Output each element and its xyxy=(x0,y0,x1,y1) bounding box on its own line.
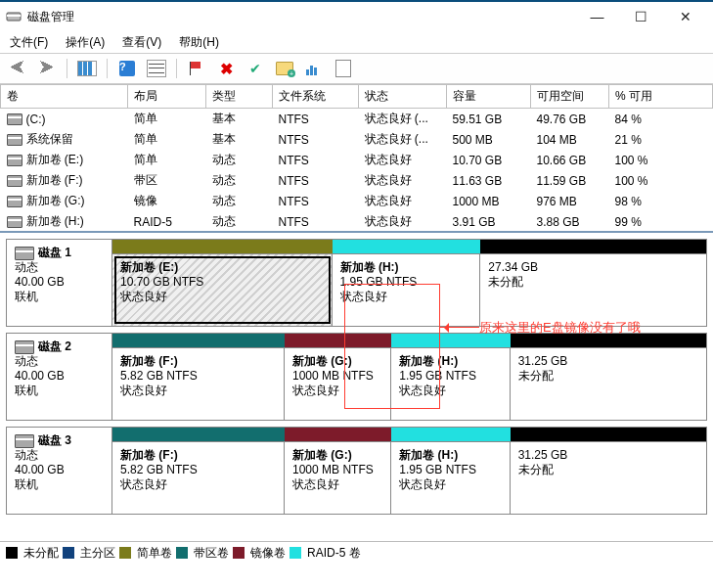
disk-title: 磁盘 1 xyxy=(38,246,71,259)
vol-capacity: 10.70 GB xyxy=(447,150,531,170)
drive-icon xyxy=(7,134,22,146)
vol-fs: NTFS xyxy=(273,129,359,150)
note-button[interactable] xyxy=(332,57,355,80)
menu-file[interactable]: 文件(F) xyxy=(6,32,52,53)
menu-action[interactable]: 操作(A) xyxy=(62,32,109,53)
partition-detail: 27.34 GB xyxy=(488,260,698,275)
vol-capacity: 1000 MB xyxy=(447,191,531,211)
window-title: 磁盘管理 xyxy=(27,9,74,25)
partition-detail: 1000 MB NTFS xyxy=(292,463,382,477)
disk-type: 动态 xyxy=(15,260,104,275)
maximize-button[interactable]: ☐ xyxy=(619,3,663,30)
vol-type: 动态 xyxy=(206,191,273,211)
menu-help[interactable]: 帮助(H) xyxy=(175,32,223,53)
disk-header[interactable]: 磁盘 3动态40.00 GB联机 xyxy=(7,428,112,514)
partition[interactable]: 新加卷 (G:)1000 MB NTFS状态良好 xyxy=(285,348,391,420)
disk-size: 40.00 GB xyxy=(15,275,104,290)
svg-rect-1 xyxy=(7,15,21,17)
partition[interactable]: 新加卷 (E:)10.70 GB NTFS状态良好 xyxy=(112,254,333,326)
flag-button[interactable] xyxy=(185,57,208,80)
chart-button[interactable] xyxy=(302,57,326,80)
annotation-arrow-icon xyxy=(440,327,479,328)
partition[interactable]: 新加卷 (F:)5.82 GB NTFS状态良好 xyxy=(112,348,285,420)
col-status[interactable]: 状态 xyxy=(359,85,447,109)
partition-name: 新加卷 (E:) xyxy=(120,260,324,275)
col-fs[interactable]: 文件系统 xyxy=(273,85,359,109)
drive-icon xyxy=(15,340,34,354)
partition-status: 状态良好 xyxy=(292,477,382,492)
col-capacity[interactable]: 容量 xyxy=(447,85,531,109)
partition-name: 新加卷 (G:) xyxy=(292,354,382,369)
partition-detail: 1.95 GB NTFS xyxy=(399,369,501,384)
vol-pct: 98 % xyxy=(609,191,713,211)
legend: 未分配 主分区 简单卷 带区卷 镜像卷 RAID-5 卷 xyxy=(0,541,713,564)
vol-name: 新加卷 (F:) xyxy=(26,173,83,187)
volume-row[interactable]: (C:)简单基本NTFS状态良好 (...59.51 GB49.76 GB84 … xyxy=(1,109,713,130)
partition-status: 状态良好 xyxy=(120,477,276,492)
partition-status: 状态良好 xyxy=(399,384,501,398)
list-view-button[interactable] xyxy=(145,57,168,80)
open-button[interactable]: + xyxy=(273,57,296,80)
apply-button[interactable]: ✔ xyxy=(244,57,267,80)
drive-icon xyxy=(7,216,22,228)
partition[interactable]: 31.25 GB未分配 xyxy=(511,348,706,420)
partition[interactable]: 新加卷 (G:)1000 MB NTFS状态良好 xyxy=(285,442,391,514)
vol-fs: NTFS xyxy=(273,150,359,170)
partition-detail: 31.25 GB xyxy=(518,448,698,463)
menu-view[interactable]: 查看(V) xyxy=(118,32,165,53)
col-type[interactable]: 类型 xyxy=(206,85,273,109)
vol-pct: 100 % xyxy=(609,150,713,170)
col-layout[interactable]: 布局 xyxy=(128,85,206,109)
disk-state: 联机 xyxy=(15,290,104,304)
vol-layout: 简单 xyxy=(128,129,206,150)
minimize-button[interactable]: — xyxy=(575,3,619,30)
partition[interactable]: 新加卷 (H:)1.95 GB NTFS状态良好 xyxy=(333,254,481,326)
volume-row[interactable]: 新加卷 (H:)RAID-5动态NTFS状态良好3.91 GB3.88 GB99… xyxy=(1,211,713,231)
drive-icon xyxy=(7,196,22,207)
partition-status: 未分配 xyxy=(518,463,698,477)
back-button[interactable]: ⮜ xyxy=(6,57,29,80)
partition[interactable]: 27.34 GB未分配 xyxy=(480,254,706,326)
delete-button[interactable]: ✖ xyxy=(214,57,238,80)
legend-swatch-primary xyxy=(63,547,74,559)
disk-row: 磁盘 3动态40.00 GB联机新加卷 (F:)5.82 GB NTFS状态良好… xyxy=(6,427,707,515)
menu-bar: 文件(F) 操作(A) 查看(V) 帮助(H) xyxy=(0,31,713,53)
legend-swatch-striped xyxy=(176,547,188,559)
partition-detail: 5.82 GB NTFS xyxy=(120,369,276,384)
vol-layout: 带区 xyxy=(128,170,206,191)
partition-name: 新加卷 (F:) xyxy=(120,448,276,463)
col-free[interactable]: 可用空间 xyxy=(531,85,609,109)
vol-status: 状态良好 xyxy=(359,170,447,191)
partition-status: 状态良好 xyxy=(399,477,501,492)
vol-free: 10.66 GB xyxy=(531,150,609,170)
legend-primary: 主分区 xyxy=(80,545,115,562)
vol-fs: NTFS xyxy=(273,211,359,231)
disk-header[interactable]: 磁盘 2动态40.00 GB联机 xyxy=(7,334,112,420)
disk-header[interactable]: 磁盘 1动态40.00 GB联机 xyxy=(7,240,112,326)
volume-row[interactable]: 新加卷 (G:)镜像动态NTFS状态良好1000 MB976 MB98 % xyxy=(1,191,713,211)
col-volume[interactable]: 卷 xyxy=(1,85,128,109)
drive-icon xyxy=(7,113,22,125)
properties-button[interactable] xyxy=(75,57,99,80)
vol-free: 49.76 GB xyxy=(531,109,609,130)
partition[interactable]: 新加卷 (H:)1.95 GB NTFS状态良好 xyxy=(391,348,510,420)
legend-mirror: 镜像卷 xyxy=(250,545,286,562)
vol-fs: NTFS xyxy=(273,109,359,130)
volume-row[interactable]: 系统保留简单基本NTFS状态良好 (...500 MB104 MB21 % xyxy=(1,129,713,150)
partition[interactable]: 31.25 GB未分配 xyxy=(511,442,706,514)
vol-name: 系统保留 xyxy=(26,132,73,146)
vol-type: 动态 xyxy=(206,170,273,191)
volume-row[interactable]: 新加卷 (F:)带区动态NTFS状态良好11.63 GB11.59 GB100 … xyxy=(1,170,713,191)
help-button[interactable]: ? xyxy=(115,57,139,80)
vol-layout: 镜像 xyxy=(128,191,206,211)
close-button[interactable]: ✕ xyxy=(663,3,707,30)
vol-name: 新加卷 (E:) xyxy=(26,153,84,166)
volume-row[interactable]: 新加卷 (E:)简单动态NTFS状态良好10.70 GB10.66 GB100 … xyxy=(1,150,713,170)
legend-simple: 简单卷 xyxy=(137,545,172,562)
forward-button[interactable]: ⮞ xyxy=(35,57,59,80)
partition[interactable]: 新加卷 (H:)1.95 GB NTFS状态良好 xyxy=(391,442,510,514)
partition-name: 新加卷 (H:) xyxy=(399,448,501,463)
partition[interactable]: 新加卷 (F:)5.82 GB NTFS状态良好 xyxy=(112,442,285,514)
disk-color-band xyxy=(112,240,706,253)
col-pct[interactable]: % 可用 xyxy=(609,85,713,109)
